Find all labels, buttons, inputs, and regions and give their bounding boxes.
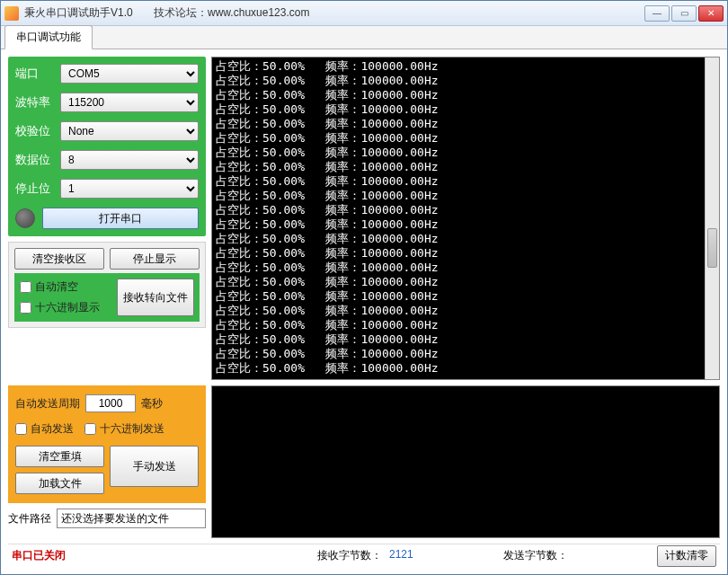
parity-select[interactable]: None bbox=[60, 121, 199, 141]
databits-label: 数据位 bbox=[15, 152, 60, 168]
minimize-button[interactable]: — bbox=[644, 5, 670, 22]
left-column: 端口 COM5 波特率 115200 校验位 None 数据位 8 停止位 bbox=[8, 57, 206, 380]
terminal-output: 占空比：50.00% 频率：100000.00Hz 占空比：50.00% 频率：… bbox=[216, 59, 715, 376]
recv-scrollbar[interactable] bbox=[705, 58, 719, 379]
serial-config-panel: 端口 COM5 波特率 115200 校验位 None 数据位 8 停止位 bbox=[8, 57, 206, 236]
reset-counter-button[interactable]: 计数清零 bbox=[657, 545, 716, 567]
hex-send-checkbox[interactable]: 十六进制发送 bbox=[84, 421, 164, 437]
baud-label: 波特率 bbox=[15, 94, 60, 111]
titlebar[interactable]: 秉火串口调试助手V1.0 技术论坛：www.chuxue123.com — ▭ … bbox=[1, 1, 727, 26]
scrollbar-thumb[interactable] bbox=[707, 228, 717, 268]
recv-bytes-value: 2121 bbox=[389, 548, 413, 563]
period-label: 自动发送周期 bbox=[15, 396, 80, 411]
statusbar: 串口已关闭 接收字节数： 2121 发送字节数： 计数清零 bbox=[8, 544, 720, 567]
recv-options-panel: 自动清空 接收转向文件 十六进制显示 bbox=[14, 273, 200, 322]
clear-recv-button[interactable]: 清空接收区 bbox=[14, 248, 104, 270]
baud-select[interactable]: 115200 bbox=[60, 93, 199, 112]
app-window: 秉火串口调试助手V1.0 技术论坛：www.chuxue123.com — ▭ … bbox=[0, 0, 728, 575]
maximize-button[interactable]: ▭ bbox=[671, 5, 697, 22]
stop-display-button[interactable]: 停止显示 bbox=[110, 248, 200, 270]
port-status-indicator bbox=[15, 208, 35, 228]
stopbits-label: 停止位 bbox=[15, 181, 60, 197]
content-area: 端口 COM5 波特率 115200 校验位 None 数据位 8 停止位 bbox=[1, 49, 727, 574]
recv-bytes-label: 接收字节数： bbox=[317, 548, 382, 563]
filepath-label: 文件路径 bbox=[8, 511, 51, 526]
port-label: 端口 bbox=[15, 66, 60, 82]
databits-select[interactable]: 8 bbox=[60, 150, 199, 170]
close-button[interactable]: ✕ bbox=[698, 5, 724, 22]
period-unit: 毫秒 bbox=[141, 396, 163, 411]
load-file-button[interactable]: 加载文件 bbox=[15, 473, 104, 494]
recv-control-panel: 清空接收区 停止显示 自动清空 接收转向文件 十六进制显示 bbox=[8, 242, 206, 328]
window-title: 秉火串口调试助手V1.0 技术论坛：www.chuxue123.com bbox=[24, 5, 644, 21]
period-input[interactable] bbox=[85, 394, 136, 412]
send-options-panel: 自动发送周期 毫秒 自动发送 十六进制发送 清空重填 加载文件 手动发送 bbox=[8, 385, 206, 503]
open-port-button[interactable]: 打开串口 bbox=[42, 208, 199, 229]
forum-label: 技术论坛： bbox=[154, 6, 208, 19]
app-title: 秉火串口调试助手V1.0 bbox=[24, 6, 133, 19]
tab-serial-debug[interactable]: 串口调试功能 bbox=[4, 25, 93, 49]
port-select[interactable]: COM5 bbox=[60, 64, 199, 84]
window-controls: — ▭ ✕ bbox=[644, 5, 724, 22]
app-icon bbox=[4, 6, 19, 21]
send-panel: 自动发送周期 毫秒 自动发送 十六进制发送 清空重填 加载文件 手动发送 bbox=[8, 385, 206, 538]
filepath-input[interactable] bbox=[57, 509, 206, 528]
recv-to-file-button[interactable]: 接收转向文件 bbox=[117, 279, 194, 316]
clear-fill-button[interactable]: 清空重填 bbox=[15, 446, 104, 467]
send-terminal[interactable] bbox=[211, 385, 720, 538]
tabbar: 串口调试功能 bbox=[1, 26, 727, 49]
port-state-label: 串口已关闭 bbox=[12, 548, 66, 563]
manual-send-button[interactable]: 手动发送 bbox=[110, 446, 199, 487]
parity-label: 校验位 bbox=[15, 123, 60, 139]
forum-url[interactable]: www.chuxue123.com bbox=[208, 6, 309, 19]
auto-send-checkbox[interactable]: 自动发送 bbox=[15, 421, 74, 437]
auto-clear-checkbox[interactable]: 自动清空 bbox=[20, 279, 110, 295]
send-bytes-label: 发送字节数： bbox=[503, 549, 568, 562]
hex-display-checkbox[interactable]: 十六进制显示 bbox=[20, 300, 110, 315]
recv-terminal[interactable]: 占空比：50.00% 频率：100000.00Hz 占空比：50.00% 频率：… bbox=[211, 57, 720, 380]
stopbits-select[interactable]: 1 bbox=[60, 179, 199, 199]
